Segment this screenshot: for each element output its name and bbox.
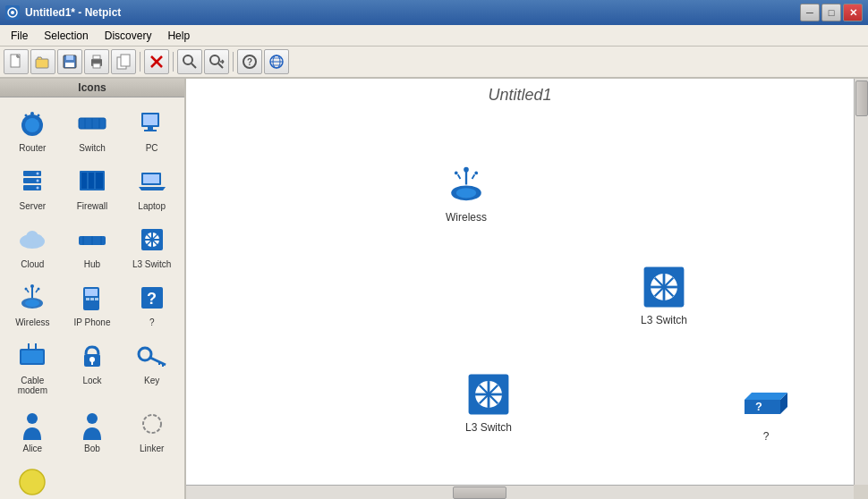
icon-cloud-label: Cloud [21, 259, 44, 269]
delete-button[interactable] [144, 49, 169, 74]
maximize-button[interactable]: □ [821, 4, 841, 21]
icons-grid: Router Switch PC Server Firewall [0, 97, 184, 499]
menu-discovery[interactable]: Discovery [98, 28, 159, 44]
svg-rect-60 [143, 174, 159, 183]
svg-point-53 [37, 180, 39, 182]
svg-rect-9 [66, 55, 73, 60]
svg-rect-48 [144, 130, 157, 131]
icon-alice-label: Alice [22, 444, 42, 453]
icon-server-label: Server [20, 201, 46, 211]
icon-pc-label: PC [146, 143, 158, 153]
icon-router[interactable]: Router [4, 101, 62, 157]
icon-router-label: Router [19, 143, 46, 153]
find-button[interactable] [177, 49, 202, 74]
icon-pc[interactable]: PC [123, 101, 181, 157]
icon-l3switch[interactable]: L3 Switch [123, 217, 181, 274]
device-l3switch1[interactable]: L3 Switch [639, 262, 689, 326]
icon-wireless-label: Wireless [15, 317, 49, 327]
new-button[interactable] [4, 49, 29, 74]
device-l3switch1-label: L3 Switch [641, 314, 687, 326]
svg-line-111 [472, 174, 475, 179]
horizontal-scroll-thumb[interactable] [453, 486, 506, 499]
svg-marker-135 [745, 393, 787, 400]
menu-selection[interactable]: Selection [37, 28, 95, 44]
svg-point-52 [37, 173, 39, 175]
device-wireless1[interactable]: Wireless [441, 159, 491, 224]
svg-point-18 [183, 55, 192, 64]
icon-laptop[interactable]: Laptop [123, 159, 181, 216]
icon-key-label: Key [144, 376, 159, 385]
canvas-area[interactable]: Untitled1 Wireless [186, 79, 868, 499]
icon-bob[interactable]: Bob [64, 402, 122, 458]
svg-rect-56 [81, 173, 87, 189]
svg-point-110 [455, 172, 458, 175]
icon-hub-label: Hub [84, 259, 100, 269]
icon-alice[interactable]: Alice [4, 402, 62, 458]
device-l3switch2[interactable]: L3 Switch [464, 369, 514, 434]
icon-l3switch-label: L3 Switch [132, 259, 171, 269]
window-title: Untitled1* - Netpict [25, 6, 121, 19]
menu-file[interactable]: File [4, 28, 35, 44]
svg-text:?: ? [147, 290, 157, 308]
svg-rect-15 [121, 55, 130, 66]
svg-rect-91 [21, 351, 43, 363]
toolbar: ? [0, 47, 868, 79]
close-button[interactable]: ✕ [843, 4, 863, 21]
horizontal-scrollbar[interactable] [186, 485, 854, 499]
icon-bob-label: Bob [84, 444, 100, 453]
icon-firewall[interactable]: Firewall [64, 159, 122, 216]
web-button[interactable] [264, 49, 289, 74]
svg-point-2 [11, 11, 14, 14]
svg-point-39 [38, 114, 40, 117]
scrollbar-corner [854, 485, 868, 499]
svg-point-80 [25, 288, 28, 291]
icon-zone[interactable]: Zone [4, 460, 62, 499]
icon-ipphone[interactable]: IP Phone [64, 275, 122, 332]
svg-point-37 [25, 114, 28, 117]
svg-point-112 [474, 172, 478, 175]
icon-hub[interactable]: Hub [64, 217, 122, 274]
find-next-button[interactable] [204, 49, 229, 74]
icon-linker-label: Linker [140, 444, 164, 453]
svg-point-97 [139, 348, 151, 360]
svg-point-101 [27, 413, 38, 424]
svg-rect-86 [90, 298, 94, 300]
icon-lock[interactable]: Lock [64, 334, 122, 400]
toolbar-sep-2 [173, 52, 174, 72]
minimize-button[interactable]: ─ [800, 4, 820, 21]
svg-text:?: ? [247, 57, 252, 67]
icon-wireless[interactable]: Wireless [4, 275, 62, 332]
svg-marker-133 [745, 400, 780, 414]
device-unknown1[interactable]: ? ? [741, 378, 791, 443]
icons-panel-header: Icons [0, 79, 184, 97]
icon-linker[interactable]: Linker [123, 402, 181, 458]
icon-server[interactable]: Server [4, 159, 62, 216]
svg-point-20 [210, 55, 219, 64]
save-button[interactable] [57, 49, 82, 74]
toolbar-sep-3 [233, 52, 234, 72]
menu-help[interactable]: Help [160, 28, 197, 44]
window-controls[interactable]: ─ □ ✕ [800, 4, 863, 21]
icon-cloud[interactable]: Cloud [4, 217, 62, 274]
icon-firewall-label: Firewall [77, 201, 107, 211]
vertical-scroll-thumb[interactable] [855, 80, 868, 116]
icon-cablemodem[interactable]: Cable modem [4, 334, 62, 400]
print-button[interactable] [84, 49, 109, 74]
copy-button[interactable] [111, 49, 136, 74]
icon-unknown[interactable]: ? ? [123, 275, 181, 332]
help-button[interactable]: ? [237, 49, 262, 74]
svg-line-109 [458, 174, 461, 179]
icon-cablemodem-label: Cable modem [6, 376, 59, 395]
svg-point-78 [30, 284, 34, 288]
svg-point-33 [25, 118, 39, 132]
icon-key[interactable]: Key [123, 334, 181, 400]
svg-text:?: ? [755, 400, 762, 413]
icon-switch[interactable]: Switch [64, 101, 122, 157]
open-button[interactable] [30, 49, 55, 74]
svg-rect-87 [95, 298, 98, 300]
svg-point-82 [38, 288, 40, 291]
svg-rect-85 [86, 298, 89, 300]
svg-point-102 [87, 413, 98, 424]
vertical-scrollbar[interactable] [854, 79, 868, 485]
svg-line-81 [36, 290, 38, 292]
